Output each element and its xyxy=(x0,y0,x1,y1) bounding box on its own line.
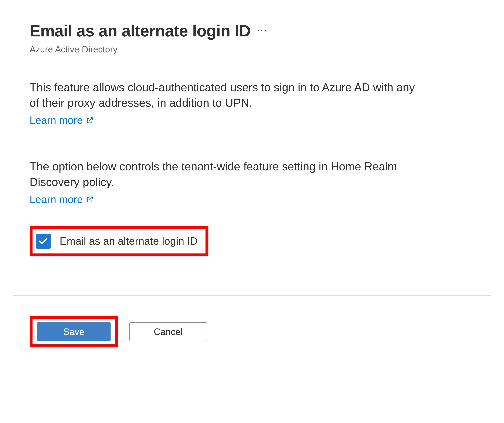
save-highlight-wrapper: Save xyxy=(30,316,118,347)
feature-description-1: This feature allows cloud-authenticated … xyxy=(30,80,420,126)
learn-more-label-1: Learn more xyxy=(30,114,83,126)
save-button[interactable]: Save xyxy=(37,322,111,341)
learn-more-label-2: Learn more xyxy=(30,193,83,205)
checkbox-label: Email as an alternate login ID xyxy=(60,235,198,247)
checkmark-icon xyxy=(38,236,48,246)
description-text-2: The option below controls the tenant-wid… xyxy=(30,159,420,190)
external-link-icon xyxy=(86,116,94,124)
action-button-row: Save Cancel xyxy=(30,316,481,347)
divider xyxy=(13,295,491,296)
page-subtitle: Azure Active Directory xyxy=(30,44,481,55)
email-alternate-login-checkbox[interactable] xyxy=(36,234,51,249)
more-icon[interactable]: ··· xyxy=(257,24,267,37)
description-text-1: This feature allows cloud-authenticated … xyxy=(30,80,420,111)
email-alternate-login-checkbox-row: Email as an alternate login ID xyxy=(30,226,208,256)
learn-more-link-2[interactable]: Learn more xyxy=(30,193,94,205)
feature-description-2: The option below controls the tenant-wid… xyxy=(30,159,420,205)
learn-more-link-1[interactable]: Learn more xyxy=(30,114,94,126)
external-link-icon xyxy=(86,196,94,203)
cancel-button[interactable]: Cancel xyxy=(129,322,207,341)
settings-panel: Email as an alternate login ID ··· Azure… xyxy=(0,0,504,423)
panel-header: Email as an alternate login ID ··· xyxy=(30,21,481,40)
page-title: Email as an alternate login ID xyxy=(30,21,251,40)
